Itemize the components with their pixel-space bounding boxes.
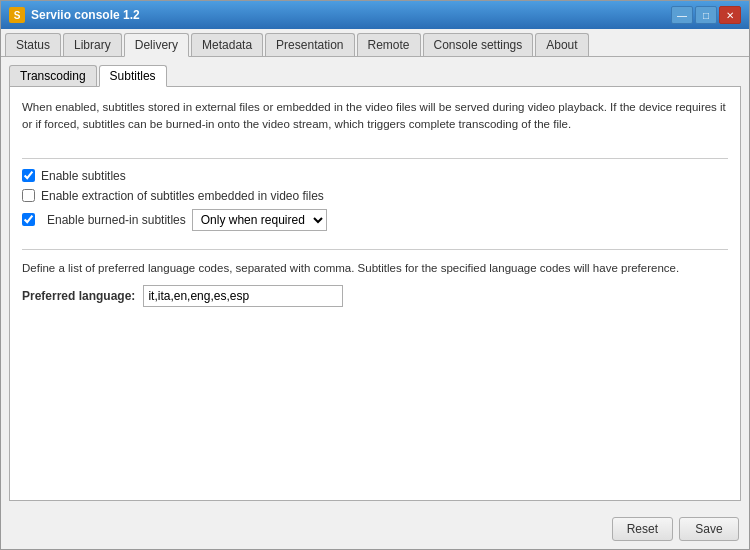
burned-in-dropdown[interactable]: Only when required Always Never <box>192 209 327 231</box>
preferred-language-input[interactable] <box>143 285 343 307</box>
enable-burned-in-checkbox[interactable] <box>22 213 35 226</box>
tab-transcoding[interactable]: Transcoding <box>9 65 97 86</box>
tab-delivery[interactable]: Delivery <box>124 33 189 57</box>
enable-extraction-checkbox[interactable] <box>22 189 35 202</box>
tab-subtitles[interactable]: Subtitles <box>99 65 167 87</box>
close-button[interactable]: ✕ <box>719 6 741 24</box>
enable-burned-in-label: Enable burned-in subtitles <box>47 213 186 227</box>
panel-description: When enabled, subtitles stored in extern… <box>22 99 728 134</box>
tab-presentation[interactable]: Presentation <box>265 33 354 56</box>
tab-remote[interactable]: Remote <box>357 33 421 56</box>
tab-about[interactable]: About <box>535 33 588 56</box>
tab-status[interactable]: Status <box>5 33 61 56</box>
enable-extraction-row: Enable extraction of subtitles embedded … <box>22 189 728 203</box>
separator-2 <box>22 249 728 250</box>
main-tab-bar: Status Library Delivery Metadata Present… <box>1 29 749 57</box>
lang-label: Preferred language: <box>22 289 135 303</box>
separator-1 <box>22 158 728 159</box>
enable-extraction-label: Enable extraction of subtitles embedded … <box>41 189 324 203</box>
enable-subtitles-label: Enable subtitles <box>41 169 126 183</box>
reset-button[interactable]: Reset <box>612 517 673 541</box>
main-window: S Serviio console 1.2 — □ ✕ Status Libra… <box>0 0 750 550</box>
minimize-button[interactable]: — <box>671 6 693 24</box>
app-icon: S <box>9 7 25 23</box>
window-controls: — □ ✕ <box>671 6 741 24</box>
bottom-bar: Reset Save <box>1 509 749 549</box>
title-bar: S Serviio console 1.2 — □ ✕ <box>1 1 749 29</box>
subtitles-panel: When enabled, subtitles stored in extern… <box>9 86 741 501</box>
sub-tab-bar: Transcoding Subtitles <box>9 65 741 86</box>
enable-burned-in-row: Enable burned-in subtitles Only when req… <box>22 209 728 231</box>
content-area: Transcoding Subtitles When enabled, subt… <box>1 57 749 509</box>
enable-subtitles-row: Enable subtitles <box>22 169 728 183</box>
tab-library[interactable]: Library <box>63 33 122 56</box>
save-button[interactable]: Save <box>679 517 739 541</box>
lang-description: Define a list of preferred language code… <box>22 260 728 277</box>
window-title: Serviio console 1.2 <box>31 8 671 22</box>
enable-subtitles-checkbox[interactable] <box>22 169 35 182</box>
tab-console-settings[interactable]: Console settings <box>423 33 534 56</box>
tab-metadata[interactable]: Metadata <box>191 33 263 56</box>
maximize-button[interactable]: □ <box>695 6 717 24</box>
lang-row: Preferred language: <box>22 285 728 307</box>
